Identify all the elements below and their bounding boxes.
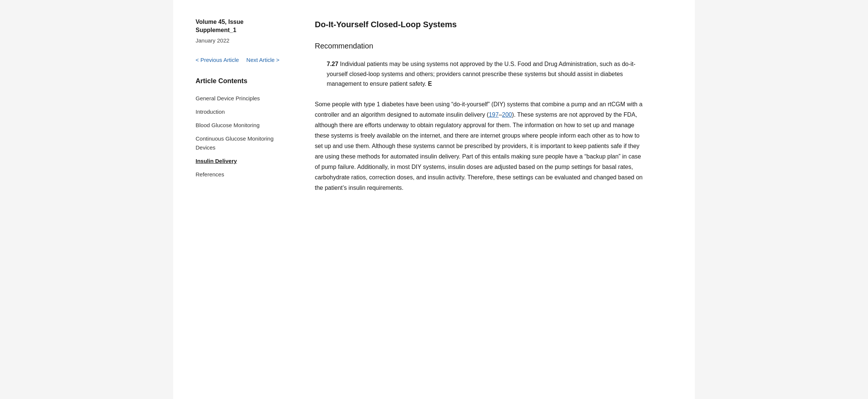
table-of-contents: General Device Principles Introduction B… (196, 92, 292, 181)
previous-article-link[interactable]: Previous Article (196, 56, 239, 65)
article-contents-heading: Article Contents (196, 76, 292, 87)
recommendation-text: Individual patients may be using systems… (327, 61, 636, 87)
sidebar-date: January 2022 (196, 36, 292, 45)
recommendation-heading: Recommendation (315, 40, 643, 52)
article-navigation: Previous Article Next Article (196, 56, 292, 65)
evidence-level: E (426, 81, 432, 87)
sidebar-volume: Volume 45, Issue Supplement_1 (196, 18, 292, 35)
body-text-after-links: ). These systems are not approved by the… (315, 111, 643, 191)
toc-item-introduction[interactable]: Introduction (196, 105, 292, 119)
toc-item-references[interactable]: References (196, 168, 292, 181)
reference-200-link[interactable]: 200 (502, 111, 512, 118)
toc-item-blood-glucose-monitoring[interactable]: Blood Glucose Monitoring (196, 119, 292, 132)
sidebar: Volume 45, Issue Supplement_1 January 20… (196, 15, 292, 384)
page-wrapper: Volume 45, Issue Supplement_1 January 20… (173, 0, 695, 399)
toc-item-general-device-principles[interactable]: General Device Principles (196, 92, 292, 105)
body-paragraph: Some people with type 1 diabetes have be… (315, 99, 643, 193)
ref-separator: – (499, 111, 502, 118)
next-article-link[interactable]: Next Article (246, 56, 279, 65)
toc-item-insulin-delivery[interactable]: Insulin Delivery (196, 154, 292, 168)
article-title: Do-It-Yourself Closed-Loop Systems (315, 18, 643, 31)
recommendation-number: 7.27 (327, 61, 338, 67)
toc-item-continuous-glucose-monitoring[interactable]: Continuous Glucose Monitoring Devices (196, 132, 292, 154)
main-content: Do-It-Yourself Closed-Loop Systems Recom… (315, 15, 643, 384)
recommendation-block: 7.27 Individual patients may be using sy… (327, 59, 643, 89)
reference-197-link[interactable]: 197 (489, 111, 499, 118)
volume-line1: Volume 45, Issue (196, 19, 244, 25)
volume-line2: Supplement_1 (196, 27, 236, 33)
